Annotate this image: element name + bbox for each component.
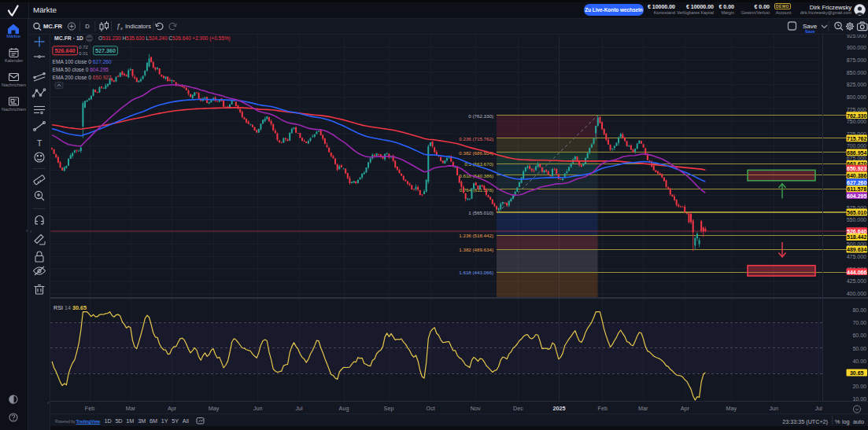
svg-text:EMA 50 close 0 604.295: EMA 50 close 0 604.295: [53, 67, 109, 72]
svg-text:526.640: 526.640: [847, 229, 866, 234]
svg-text:444.066: 444.066: [847, 270, 866, 275]
svg-text:1 (565.010): 1 (565.010): [468, 210, 493, 215]
svg-text:565.010: 565.010: [847, 210, 866, 215]
svg-text:MC.FR · 1D: MC.FR · 1D: [54, 35, 83, 41]
svg-text:60.00: 60.00: [852, 333, 866, 338]
svg-text:425.000: 425.000: [847, 278, 866, 284]
svg-text:611.578: 611.578: [847, 186, 866, 192]
svg-text:EMA 100 close 0 627.260: EMA 100 close 0 627.260: [53, 59, 112, 64]
svg-text:489.634: 489.634: [847, 247, 866, 252]
svg-text:627.260: 627.260: [847, 180, 866, 186]
svg-text:Oct: Oct: [427, 405, 435, 412]
svg-text:875.000: 875.000: [847, 57, 866, 63]
svg-text:526.640: 526.640: [55, 47, 76, 54]
svg-text:70.00: 70.00: [852, 320, 866, 325]
svg-text:May: May: [726, 405, 737, 412]
svg-text:825.000: 825.000: [847, 82, 866, 87]
svg-text:715.762: 715.762: [847, 136, 866, 141]
svg-text:›: ›: [26, 228, 28, 233]
svg-text:Aug: Aug: [339, 405, 349, 412]
svg-text:518.442: 518.442: [847, 234, 866, 240]
svg-text:650.923: 650.923: [847, 166, 866, 171]
svg-text:10.00: 10.00: [852, 396, 866, 402]
svg-text:Apr: Apr: [681, 405, 690, 412]
svg-text:Save: Save: [805, 29, 815, 34]
svg-text:900.000: 900.000: [847, 45, 866, 50]
svg-text:1.618 (443.066): 1.618 (443.066): [459, 270, 493, 275]
svg-text:Jul: Jul: [295, 405, 303, 412]
svg-text:D: D: [85, 23, 90, 30]
svg-text:40.00: 40.00: [852, 358, 866, 364]
svg-text:x: x: [120, 26, 123, 31]
svg-text:›: ›: [30, 229, 31, 234]
svg-text:Nachrichten: Nachrichten: [2, 107, 26, 112]
svg-text:Feb: Feb: [85, 405, 94, 412]
svg-text:686.954: 686.954: [847, 150, 866, 156]
svg-text:May: May: [209, 405, 220, 412]
svg-text:Jun: Jun: [253, 405, 263, 412]
svg-text:527.360: 527.360: [95, 47, 116, 54]
svg-text:0.236 (715.762): 0.236 (715.762): [459, 136, 493, 141]
svg-text:Apr: Apr: [168, 405, 177, 412]
svg-text:Nachrichten: Nachrichten: [2, 83, 26, 87]
svg-text:775.000: 775.000: [847, 107, 866, 112]
svg-text:T: T: [37, 138, 42, 148]
svg-text:0 (762.330): 0 (762.330): [468, 113, 493, 119]
svg-text:640.386: 640.386: [847, 173, 866, 178]
svg-text:Feb: Feb: [598, 405, 608, 412]
svg-text:Indicators: Indicators: [125, 23, 151, 30]
svg-text:604.295: 604.295: [847, 193, 866, 199]
svg-text:0.72: 0.72: [79, 45, 87, 50]
svg-text:700.000: 700.000: [847, 143, 866, 149]
svg-text:550.000: 550.000: [847, 217, 866, 222]
svg-text:925.000: 925.000: [847, 35, 866, 39]
svg-text:EMA 200 close 0 650.923: EMA 200 close 0 650.923: [53, 75, 112, 80]
svg-text:800.000: 800.000: [847, 94, 866, 100]
svg-text:1.236 (518.442): 1.236 (518.442): [459, 233, 493, 238]
svg-text:Mar: Mar: [638, 405, 648, 412]
svg-text:0.01: 0.01: [79, 51, 87, 56]
svg-text:Jul: Jul: [815, 405, 823, 412]
svg-text:20.00: 20.00: [852, 384, 866, 389]
svg-text:762.330: 762.330: [847, 113, 866, 119]
svg-text:750.000: 750.000: [847, 119, 866, 124]
svg-text:Kalender: Kalender: [5, 58, 23, 63]
svg-text:Sep: Sep: [384, 405, 394, 412]
svg-text:80.00: 80.00: [852, 307, 866, 313]
svg-text:Märkte: Märkte: [6, 34, 20, 39]
svg-text:400.000: 400.000: [847, 291, 866, 296]
svg-text:Dec: Dec: [513, 405, 523, 412]
svg-text:30.65: 30.65: [850, 370, 864, 376]
svg-text:Jun: Jun: [770, 405, 779, 412]
svg-text:Nov: Nov: [471, 405, 481, 412]
svg-text:850.000: 850.000: [847, 70, 866, 75]
svg-text:O531.230 H535.630 L524.240 C52: O531.230 H535.630 L524.240 C526.640 +2.9…: [98, 35, 231, 42]
svg-text:2025: 2025: [553, 405, 566, 412]
svg-text:Mar: Mar: [126, 405, 136, 412]
svg-text:1.382 (489.634): 1.382 (489.634): [459, 247, 493, 252]
svg-text:475.000: 475.000: [847, 254, 866, 259]
svg-text:50.00: 50.00: [852, 346, 866, 351]
svg-text:MC.FR: MC.FR: [43, 23, 63, 30]
svg-text:0.764 (611.578): 0.764 (611.578): [460, 187, 493, 193]
